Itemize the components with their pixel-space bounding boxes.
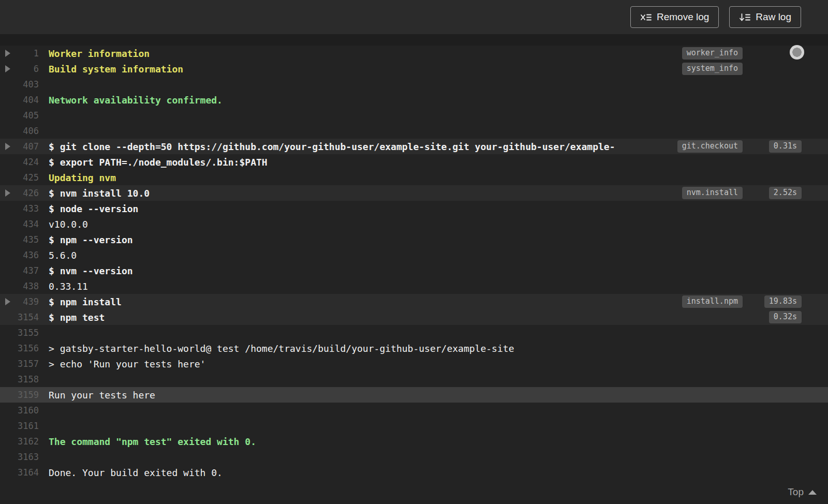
line-number[interactable]: 3155 (0, 328, 39, 338)
raw-log-button[interactable]: Raw log (729, 6, 801, 28)
fold-name-badge: system_info (682, 63, 743, 75)
log-line: 436 5.6.0 (0, 247, 828, 263)
log-body: 1 Worker information worker_info 6 Build… (0, 46, 828, 480)
log-line: 438 0.33.11 (0, 278, 828, 294)
log-line: 3164 Done. Your build exited with 0. (0, 465, 828, 480)
line-number[interactable]: 3161 (0, 421, 39, 431)
log-line: 437 $ nvm --version (0, 263, 828, 278)
fold-toggle-icon[interactable] (5, 298, 10, 305)
raw-log-label: Raw log (756, 11, 791, 23)
log-toolbar: Remove log Raw log (0, 0, 828, 34)
log-line: 426 $ nvm install 10.0 nvm.install 2.52s (0, 185, 828, 201)
line-text: $ git clone --depth=50 https://github.co… (49, 141, 615, 152)
log-line: 439 $ npm install install.npm 19.83s (0, 294, 828, 309)
log-line: 433 $ node --version (0, 201, 828, 216)
line-text: $ nvm --version (49, 265, 133, 276)
line-number[interactable]: 425 (0, 172, 39, 183)
line-text: $ npm --version (49, 234, 133, 245)
line-number[interactable]: 3159 (0, 390, 39, 400)
line-number[interactable]: 3156 (0, 343, 39, 353)
log-line: 424 $ export PATH=./node_modules/.bin:$P… (0, 154, 828, 170)
chevron-up-icon (808, 490, 817, 495)
line-number[interactable]: 433 (0, 203, 39, 214)
line-number[interactable]: 434 (0, 219, 39, 229)
line-text: Worker information (49, 48, 150, 59)
line-text: 0.33.11 (49, 281, 88, 292)
duration-badge: 19.83s (764, 295, 802, 308)
line-number[interactable]: 3157 (0, 359, 39, 369)
line-text: > gatsby-starter-hello-world@ test /home… (49, 343, 514, 354)
log-line: 3161 (0, 418, 828, 434)
remove-log-button[interactable]: Remove log (630, 6, 719, 28)
raw-log-icon (739, 13, 750, 22)
line-text: The command "npm test" exited with 0. (49, 436, 256, 447)
line-text: Updating nvm (49, 172, 116, 183)
log-line: 405 (0, 108, 828, 123)
scroll-to-top-link[interactable]: Top (788, 486, 817, 498)
line-number[interactable]: 3164 (0, 467, 39, 478)
scroll-to-top-label: Top (788, 486, 804, 498)
line-number[interactable]: 424 (0, 157, 39, 167)
log-line: 3162 The command "npm test" exited with … (0, 434, 828, 449)
line-number[interactable]: 3163 (0, 452, 39, 462)
line-number[interactable]: 438 (0, 281, 39, 291)
fold-toggle-icon[interactable] (5, 143, 10, 150)
line-number[interactable]: 3160 (0, 405, 39, 416)
log-line: 6 Build system information system_info (0, 61, 828, 77)
log-footer: Top (0, 480, 828, 504)
line-number[interactable]: 436 (0, 250, 39, 260)
log-line: 434 v10.0.0 (0, 216, 828, 232)
log-line: 404 Network availability confirmed. (0, 92, 828, 108)
fold-toggle-icon[interactable] (5, 50, 10, 57)
log-line: 3163 (0, 449, 828, 465)
fold-name-badge: worker_info (682, 47, 743, 60)
line-text: 5.6.0 (49, 250, 77, 261)
line-number[interactable]: 406 (0, 126, 39, 136)
line-text: $ npm test (49, 312, 105, 323)
log-line: 407 $ git clone --depth=50 https://githu… (0, 139, 828, 154)
line-text: $ node --version (49, 203, 138, 214)
log-line: 3157 > echo 'Run your tests here' (0, 356, 828, 372)
line-text: Done. Your build exited with 0. (49, 467, 223, 478)
log-line: 435 $ npm --version (0, 232, 828, 247)
fold-toggle-icon[interactable] (5, 65, 10, 72)
line-text: Run your tests here (49, 390, 155, 401)
line-number[interactable]: 437 (0, 265, 39, 276)
line-text: > echo 'Run your tests here' (49, 359, 205, 369)
log-view: 1 Worker information worker_info 6 Build… (0, 46, 828, 504)
log-line: 406 (0, 123, 828, 139)
duration-badge: 2.52s (769, 187, 802, 199)
log-line: 403 (0, 77, 828, 92)
scroll-indicator[interactable] (790, 45, 804, 60)
log-line: 1 Worker information worker_info (0, 46, 828, 61)
fold-name-badge: git.checkout (677, 140, 743, 153)
log-line: 3154 $ npm test 0.32s (0, 309, 828, 325)
log-line: 3159 Run your tests here (0, 387, 828, 403)
line-text: $ nvm install 10.0 (49, 188, 150, 199)
fold-name-badge: nvm.install (682, 187, 743, 199)
fold-toggle-icon[interactable] (5, 189, 10, 197)
line-number[interactable]: 403 (0, 79, 39, 90)
duration-badge: 0.32s (769, 311, 802, 323)
line-number[interactable]: 3162 (0, 436, 39, 447)
remove-log-icon (640, 13, 652, 22)
line-number[interactable]: 435 (0, 234, 39, 245)
duration-badge: 0.31s (769, 140, 802, 153)
line-number[interactable]: 3154 (0, 312, 39, 322)
fold-name-badge: install.npm (682, 295, 743, 308)
log-line: 425 Updating nvm (0, 170, 828, 185)
line-text: v10.0.0 (49, 219, 88, 230)
log-line: 3156 > gatsby-starter-hello-world@ test … (0, 340, 828, 356)
line-text: $ export PATH=./node_modules/.bin:$PATH (49, 157, 268, 168)
log-line: 3155 (0, 325, 828, 340)
line-text: $ npm install (49, 297, 122, 307)
line-number[interactable]: 405 (0, 110, 39, 121)
line-number[interactable]: 3158 (0, 374, 39, 384)
line-number[interactable]: 404 (0, 95, 39, 105)
log-line: 3160 (0, 403, 828, 418)
log-line: 3158 (0, 372, 828, 387)
line-text: Network availability confirmed. (49, 95, 223, 106)
line-text: Build system information (49, 64, 183, 75)
remove-log-label: Remove log (657, 11, 709, 23)
